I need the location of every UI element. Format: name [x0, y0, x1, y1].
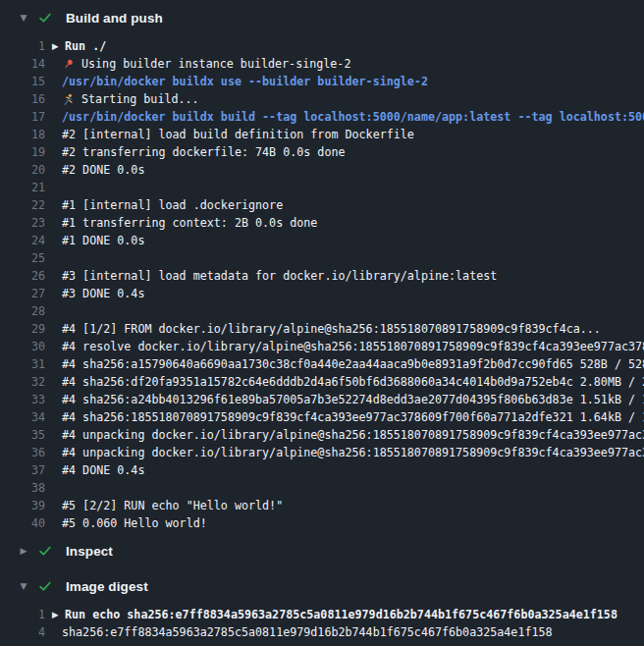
line-number[interactable]: 36	[0, 446, 45, 459]
chevron-down-icon[interactable]: ▼	[18, 581, 29, 591]
line-number[interactable]: 1	[0, 39, 45, 53]
log-line: 16Starting build...	[0, 90, 644, 108]
line-number[interactable]: 29	[0, 322, 45, 336]
line-number[interactable]: 14	[0, 57, 45, 71]
log-line: 1▶Run echo sha256:e7ff8834a5963a2785c5a0…	[0, 606, 644, 623]
section-label: Image digest	[66, 579, 148, 594]
log-text-cell: /usr/bin/docker buildx build --tag local…	[45, 110, 644, 124]
log-text: #3 [internal] load metadata for docker.i…	[62, 269, 497, 283]
log-line: 19#2 transferring dockerfile: 74B 0.0s d…	[0, 143, 644, 161]
log-line: 36#4 unpacking docker.io/library/alpine@…	[0, 444, 644, 461]
log-text-cell: #4 sha256:a24bb4013296f61e89ba57005a7b3e…	[45, 393, 644, 406]
log-line: 21	[0, 179, 644, 196]
section-body-image-digest: 1▶Run echo sha256:e7ff8834a5963a2785c5a0…	[0, 604, 644, 642]
log-text: Run echo sha256:e7ff8834a5963a2785c5a081…	[65, 608, 617, 621]
log-text-cell: #4 unpacking docker.io/library/alpine@sh…	[45, 428, 644, 442]
log-text: Starting build...	[81, 92, 199, 106]
log-line: 15/usr/bin/docker buildx use --builder b…	[0, 73, 644, 90]
line-number[interactable]: 4	[0, 625, 45, 639]
chevron-right-icon[interactable]: ▶	[18, 546, 29, 556]
line-number[interactable]: 28	[0, 304, 45, 318]
line-number[interactable]: 31	[0, 357, 45, 371]
line-number[interactable]: 40	[0, 516, 45, 530]
line-number[interactable]: 37	[0, 463, 45, 477]
log-text: #4 [1/2] FROM docker.io/library/alpine@s…	[62, 322, 601, 336]
log-text-cell: #4 sha256:a15790640a6690aa1730c38cf0a440…	[45, 357, 644, 371]
log-text: #2 transferring dockerfile: 74B 0.0s don…	[62, 145, 346, 159]
workflow-log-viewer: ▼Build and push1▶Run ./14Using builder i…	[0, 0, 644, 646]
log-text-cell: #4 [1/2] FROM docker.io/library/alpine@s…	[45, 322, 644, 336]
section-header-build-and-push[interactable]: ▼Build and push	[0, 0, 644, 35]
log-text-cell: #5 [2/2] RUN echo "Hello world!"	[45, 499, 644, 512]
log-text-cell: sha256:e7ff8834a5963a2785c5a0811e979d16b…	[45, 625, 644, 639]
log-text: #2 [internal] load build definition from…	[62, 128, 414, 141]
line-number[interactable]: 32	[0, 375, 45, 389]
log-section-inspect: ▶Inspect	[0, 533, 644, 568]
log-text: #4 sha256:df20fa9351a15782c64e6dddb2d4a6…	[62, 375, 644, 389]
log-text-cell: Using builder instance builder-single-2	[45, 57, 644, 71]
log-line: 39#5 [2/2] RUN echo "Hello world!"	[0, 497, 644, 514]
line-number[interactable]: 26	[0, 269, 45, 283]
log-line: 14Using builder instance builder-single-…	[0, 55, 644, 73]
log-line: 32#4 sha256:df20fa9351a15782c64e6dddb2d4…	[0, 373, 644, 391]
line-number[interactable]: 25	[0, 251, 45, 265]
log-line: 25	[0, 249, 644, 267]
chevron-down-icon[interactable]: ▼	[18, 13, 29, 23]
section-label: Build and push	[66, 11, 163, 26]
line-number[interactable]: 17	[0, 110, 45, 124]
line-number[interactable]: 15	[0, 75, 45, 88]
log-text-cell: #4 sha256:df20fa9351a15782c64e6dddb2d4a6…	[45, 375, 644, 389]
log-line: 37#4 DONE 0.4s	[0, 461, 644, 479]
log-line: 35#4 unpacking docker.io/library/alpine@…	[0, 426, 644, 444]
log-text: #1 DONE 0.0s	[62, 234, 144, 247]
line-number[interactable]: 20	[0, 163, 45, 177]
log-line: 27#3 DONE 0.4s	[0, 285, 644, 302]
line-number[interactable]: 34	[0, 410, 45, 424]
log-section-image-digest: ▼Image digest1▶Run echo sha256:e7ff8834a…	[0, 568, 644, 642]
log-text-cell: #1 [internal] load .dockerignore	[45, 198, 644, 212]
log-text: #1 [internal] load .dockerignore	[62, 198, 283, 212]
line-number[interactable]: 27	[0, 287, 45, 300]
log-text: #4 sha256:a24bb4013296f61e89ba57005a7b3e…	[62, 393, 644, 406]
log-text-cell: #4 resolve docker.io/library/alpine@sha2…	[45, 340, 644, 353]
line-number[interactable]: 23	[0, 216, 45, 230]
log-line: 30#4 resolve docker.io/library/alpine@sh…	[0, 338, 644, 355]
line-number[interactable]: 18	[0, 128, 45, 141]
section-header-inspect[interactable]: ▶Inspect	[0, 533, 644, 568]
log-line: 28	[0, 302, 644, 320]
log-text-cell: ▶Run ./	[45, 39, 644, 53]
line-number[interactable]: 21	[0, 181, 45, 194]
runner-icon	[62, 92, 76, 106]
log-text: #4 unpacking docker.io/library/alpine@sh…	[62, 446, 644, 459]
log-text-cell: #2 [internal] load build definition from…	[45, 128, 644, 141]
log-line: 1▶Run ./	[0, 37, 644, 55]
line-number[interactable]: 22	[0, 198, 45, 212]
check-success-icon	[38, 579, 52, 593]
log-text: Using builder instance builder-single-2	[81, 57, 350, 71]
line-number[interactable]: 30	[0, 340, 45, 353]
log-text-cell: #1 transferring context: 2B 0.0s done	[45, 216, 644, 230]
line-number[interactable]: 33	[0, 393, 45, 406]
line-number[interactable]: 38	[0, 481, 45, 495]
log-line: 29#4 [1/2] FROM docker.io/library/alpine…	[0, 320, 644, 338]
log-line: 18#2 [internal] load build definition fr…	[0, 126, 644, 143]
log-text: /usr/bin/docker buildx use --builder bui…	[62, 75, 428, 88]
log-text-cell: #4 unpacking docker.io/library/alpine@sh…	[45, 446, 644, 459]
log-group-expander-icon[interactable]: ▶	[52, 41, 65, 51]
line-number[interactable]: 39	[0, 499, 45, 512]
line-number[interactable]: 24	[0, 234, 45, 247]
section-header-image-digest[interactable]: ▼Image digest	[0, 568, 644, 604]
log-line: 38	[0, 479, 644, 497]
log-text: #5 0.060 Hello world!	[62, 516, 207, 530]
line-number[interactable]: 16	[0, 92, 45, 106]
line-number[interactable]: 1	[0, 608, 45, 621]
line-number[interactable]: 19	[0, 145, 45, 159]
log-line: 24#1 DONE 0.0s	[0, 232, 644, 249]
log-group-expander-icon[interactable]: ▶	[52, 610, 65, 619]
log-text-cell: #4 sha256:185518070891758909c9f839cf4ca3…	[45, 410, 644, 424]
line-number[interactable]: 35	[0, 428, 45, 442]
log-text-cell: #2 transferring dockerfile: 74B 0.0s don…	[45, 145, 644, 159]
log-text-cell: #3 [internal] load metadata for docker.i…	[45, 269, 644, 283]
log-text: Run ./	[65, 39, 106, 53]
log-text-cell: #3 DONE 0.4s	[45, 287, 644, 300]
